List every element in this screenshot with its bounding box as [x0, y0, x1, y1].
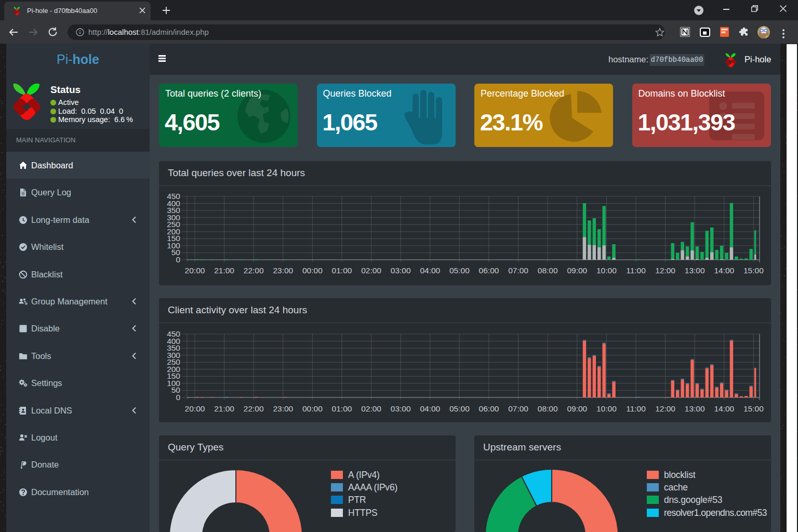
svg-text:00:00: 00:00 [302, 404, 323, 413]
svg-text:08:00: 08:00 [538, 266, 558, 275]
svg-text:07:00: 07:00 [508, 266, 528, 275]
svg-text:04:00: 04:00 [420, 404, 440, 413]
svg-text:11:00: 11:00 [626, 266, 646, 275]
svg-text:20:00: 20:00 [185, 404, 205, 413]
svg-text:12:00: 12:00 [655, 404, 675, 413]
svg-text:05:00: 05:00 [449, 266, 470, 275]
svg-text:03:00: 03:00 [391, 404, 411, 413]
svg-text:01:00: 01:00 [332, 266, 352, 275]
svg-text:13:00: 13:00 [685, 266, 705, 275]
svg-text:22:00: 22:00 [244, 266, 264, 275]
svg-text:20:00: 20:00 [185, 266, 205, 275]
svg-text:22:00: 22:00 [244, 404, 264, 413]
svg-text:14:00: 14:00 [714, 404, 734, 413]
svg-text:10:00: 10:00 [596, 266, 617, 275]
svg-text:14:00: 14:00 [714, 266, 734, 275]
svg-text:04:00: 04:00 [420, 266, 440, 275]
svg-text:08:00: 08:00 [538, 404, 558, 413]
svg-text:02:00: 02:00 [361, 404, 381, 413]
svg-text:450: 450 [167, 192, 180, 201]
svg-text:11:00: 11:00 [626, 404, 646, 413]
svg-text:13:00: 13:00 [685, 404, 705, 413]
svg-text:21:00: 21:00 [214, 404, 234, 413]
svg-text:15:00: 15:00 [743, 266, 764, 275]
svg-text:05:00: 05:00 [449, 404, 470, 413]
svg-text:02:00: 02:00 [361, 266, 381, 275]
svg-text:00:00: 00:00 [302, 266, 323, 275]
svg-text:15:00: 15:00 [743, 404, 764, 413]
svg-text:10:00: 10:00 [596, 404, 617, 413]
svg-text:450: 450 [167, 329, 180, 338]
svg-text:21:00: 21:00 [214, 266, 234, 275]
svg-text:07:00: 07:00 [508, 404, 528, 413]
svg-text:06:00: 06:00 [479, 266, 499, 275]
svg-text:12:00: 12:00 [655, 266, 675, 275]
svg-text:01:00: 01:00 [332, 404, 352, 413]
svg-text:23:00: 23:00 [273, 266, 293, 275]
svg-text:09:00: 09:00 [567, 404, 587, 413]
svg-text:23:00: 23:00 [273, 404, 293, 413]
svg-text:09:00: 09:00 [567, 266, 587, 275]
svg-text:03:00: 03:00 [391, 266, 411, 275]
svg-text:06:00: 06:00 [479, 404, 499, 413]
